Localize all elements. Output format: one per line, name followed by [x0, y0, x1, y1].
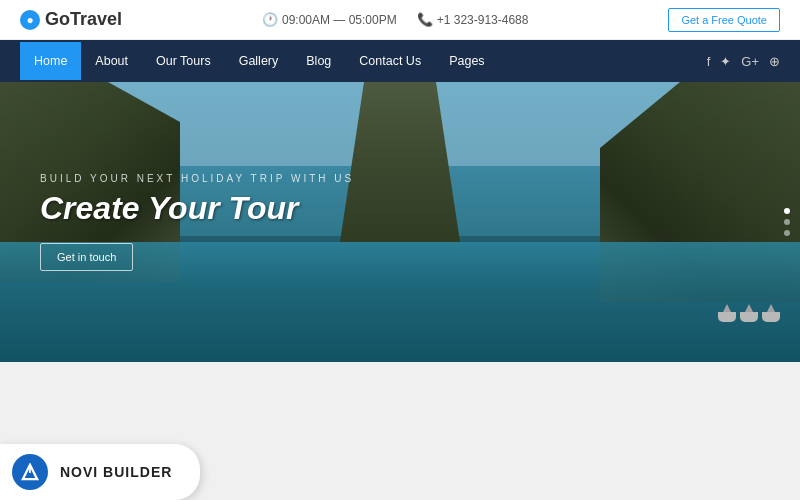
logo-icon: ● [20, 10, 40, 30]
hero-title-part2: Your Tour [148, 190, 299, 226]
hours-text: 09:00AM — 05:00PM [282, 13, 397, 27]
nav-item-home[interactable]: Home [20, 42, 81, 80]
get-in-touch-button[interactable]: Get in touch [40, 243, 133, 271]
instagram-link[interactable]: ⊕ [769, 54, 780, 69]
facebook-link[interactable]: f [707, 54, 711, 69]
slider-dot-3[interactable] [784, 230, 790, 236]
phone-text: +1 323-913-4688 [437, 13, 529, 27]
nav-item-contact[interactable]: Contact Us [345, 42, 435, 80]
badges-container: NOVI BUILDER ❝ 24/7 SUPPORT B! BOOTSTRAP… [0, 444, 200, 500]
nav-link-home[interactable]: Home [20, 42, 81, 80]
nav-item-pages[interactable]: Pages [435, 42, 498, 80]
bottom-section: NOVI BUILDER ❝ 24/7 SUPPORT B! BOOTSTRAP… [0, 362, 800, 500]
novi-label: NOVI BUILDER [60, 464, 172, 480]
nav-item-gallery[interactable]: Gallery [225, 42, 293, 80]
nav-link-about[interactable]: About [81, 42, 142, 80]
hero-subtitle: BUILD YOUR NEXT HOLIDAY TRIP WITH US [40, 173, 354, 184]
top-bar: ● GoTravel 🕐 09:00AM — 05:00PM 📞 +1 323-… [0, 0, 800, 40]
nav-item-about[interactable]: About [81, 42, 142, 80]
slider-dots [784, 208, 790, 236]
nav-item-blog[interactable]: Blog [292, 42, 345, 80]
logo[interactable]: ● GoTravel [20, 9, 122, 30]
phone-info: 📞 +1 323-913-4688 [417, 12, 529, 27]
novi-svg [21, 463, 39, 481]
twitter-link[interactable]: ✦ [720, 54, 731, 69]
nav-bar: Home About Our Tours Gallery Blog Contac… [0, 40, 800, 82]
logo-text: GoTravel [45, 9, 122, 30]
nav-link-pages[interactable]: Pages [435, 42, 498, 80]
novi-icon [12, 454, 48, 490]
get-quote-button[interactable]: Get a Free Quote [668, 8, 780, 32]
clock-icon: 🕐 [262, 12, 278, 27]
hero-title-part1: Create [40, 190, 148, 226]
phone-icon: 📞 [417, 12, 433, 27]
nav-link-gallery[interactable]: Gallery [225, 42, 293, 80]
hero-section: BUILD YOUR NEXT HOLIDAY TRIP WITH US Cre… [0, 82, 800, 362]
slider-dot-1[interactable] [784, 208, 790, 214]
hero-title: Create Your Tour [40, 190, 354, 227]
nav-link-contact[interactable]: Contact Us [345, 42, 435, 80]
badge-novi: NOVI BUILDER [0, 444, 200, 500]
googleplus-link[interactable]: G+ [741, 54, 759, 69]
hero-content: BUILD YOUR NEXT HOLIDAY TRIP WITH US Cre… [40, 173, 354, 271]
contact-info: 🕐 09:00AM — 05:00PM 📞 +1 323-913-4688 [262, 12, 528, 27]
hours-info: 🕐 09:00AM — 05:00PM [262, 12, 397, 27]
nav-item-tours[interactable]: Our Tours [142, 42, 225, 80]
nav-link-tours[interactable]: Our Tours [142, 42, 225, 80]
nav-links: Home About Our Tours Gallery Blog Contac… [20, 42, 499, 80]
slider-dot-2[interactable] [784, 219, 790, 225]
nav-link-blog[interactable]: Blog [292, 42, 345, 80]
social-links: f ✦ G+ ⊕ [707, 54, 780, 69]
